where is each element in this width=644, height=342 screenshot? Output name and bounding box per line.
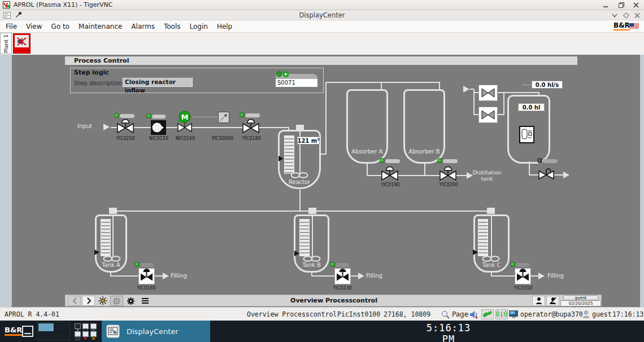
pager-desktop[interactable]	[54, 323, 69, 331]
user-icon	[535, 297, 543, 305]
block-valve-lower-icon[interactable]	[478, 107, 498, 123]
antenna-icon	[496, 310, 507, 319]
window-title: DisplayCenter	[0, 11, 644, 19]
restore-icon[interactable]	[623, 12, 629, 19]
pump-nic0150-icon[interactable]	[151, 120, 166, 135]
magnifier-icon[interactable]	[441, 310, 450, 319]
valve-yic0190-icon[interactable]	[381, 165, 399, 181]
controller-pics0000-icon[interactable]	[218, 112, 229, 123]
valve-yic0200-icon[interactable]	[439, 165, 457, 181]
terminal-launcher-icon[interactable]	[75, 323, 81, 329]
shade-icon[interactable]	[611, 12, 618, 19]
menu-alarms[interactable]: Alarms	[131, 23, 155, 30]
valve-yic0160-icon[interactable]	[138, 268, 155, 284]
canvas-left-edge	[0, 55, 12, 307]
task-label: DisplayCenter	[127, 327, 179, 336]
antenna-box[interactable]	[495, 309, 508, 319]
navbar-title: Overview Processcontrol	[66, 297, 602, 304]
clock-time: 5:16:13 PM	[417, 322, 480, 342]
vnc-title: APROL (Plasma X11) - TigerVNC	[14, 1, 112, 8]
alarm-row: Plant 1 -> 02/20/2025 17:15:55.542 CET 4…	[0, 33, 644, 55]
valve-yic0250-icon[interactable]	[116, 118, 134, 133]
pager-desktop[interactable]	[38, 332, 54, 340]
menu-goto[interactable]: Go to	[51, 23, 70, 30]
session-user: guest	[563, 295, 598, 300]
pager-active-desktop[interactable]	[38, 323, 54, 331]
aprol-version: APROL R 4.4-01	[5, 310, 59, 318]
session-timestamp: 02/20/2025 17:16:13	[560, 300, 601, 306]
clock[interactable]: 5:16:13 PM 2/20/25	[417, 322, 480, 342]
step-id-field[interactable]: S0071	[276, 79, 317, 87]
vnc-app-icon	[3, 1, 10, 8]
page-label[interactable]: Page	[452, 310, 468, 318]
lock-mini-icon[interactable]	[90, 331, 97, 337]
us-flag-icon[interactable]	[629, 23, 639, 29]
menu-file[interactable]: File	[6, 23, 17, 30]
grid-launcher-icon[interactable]	[90, 323, 97, 329]
canvas-right-edge	[640, 55, 644, 307]
batch-unit-icon[interactable]	[519, 126, 534, 143]
status-user: guest	[592, 310, 612, 318]
minimize-icon[interactable]	[602, 2, 609, 8]
valve-yic0180-icon[interactable]	[242, 118, 260, 133]
status-coords: 27168, 10809	[384, 310, 430, 318]
show-desktop-icon[interactable]	[21, 325, 34, 337]
taskbar-br-logo[interactable]: B&R	[5, 326, 22, 336]
user-button[interactable]	[532, 296, 545, 306]
form-launcher-icon[interactable]	[75, 331, 81, 337]
plant-tab[interactable]: Plant 1	[0, 33, 12, 54]
speaker-icon[interactable]	[469, 310, 478, 319]
menubar: File View Go to Maintenance Alarms Tools…	[0, 20, 644, 33]
desktop-pager[interactable]	[37, 322, 70, 340]
displaycenter-icon	[106, 325, 120, 338]
globe-launcher-icon[interactable]	[82, 323, 89, 329]
display-session-icon[interactable]	[509, 310, 519, 318]
status-session: operator@bupa370	[520, 310, 583, 318]
menu-tools[interactable]: Tools	[164, 23, 181, 30]
user-slash-icon	[549, 297, 557, 305]
manual-valve-icon[interactable]	[538, 168, 555, 181]
logout-button[interactable]	[546, 296, 559, 306]
taskbar: B&R DisplayCenter 5:16:13 PM 2/20/25 DE	[0, 321, 644, 342]
motor-valve-nic0160-icon[interactable]: M	[177, 111, 192, 135]
picture-navbar: Overview Processcontrol guest 02/20/2025…	[65, 295, 602, 306]
status-time: 17:16:13	[612, 310, 643, 318]
status-user-icon	[582, 310, 590, 318]
motor-letter: M	[181, 113, 189, 121]
plant-tab-label: Plant 1	[3, 34, 9, 53]
block-valve-upper-icon[interactable]	[478, 85, 498, 101]
statusbar: APROL R 4.4-01 Overview Processcontrol P…	[0, 307, 644, 321]
app-titlebar: DisplayCenter	[0, 10, 644, 20]
alarm-mute-box[interactable]	[13, 33, 31, 54]
status-view-name: Overview Processcontrol	[247, 310, 337, 318]
close-icon[interactable]	[633, 2, 639, 8]
menu-view[interactable]: View	[26, 23, 42, 30]
taskbar-task-displaycenter[interactable]: DisplayCenter	[102, 321, 210, 342]
connection-box[interactable]	[481, 309, 494, 319]
mute-tray-mini-icon[interactable]	[82, 331, 89, 337]
valve-yic0350-icon[interactable]	[515, 268, 531, 284]
menu-help[interactable]: Help	[217, 23, 232, 30]
pager-desktop[interactable]	[54, 332, 69, 340]
maximize-icon[interactable]	[618, 2, 625, 8]
status-instance: PicInst0100	[337, 310, 380, 318]
plug-icon	[482, 310, 493, 319]
vnc-titlebar: APROL (Plasma X11) - TigerVNC	[0, 0, 644, 10]
window-close-icon[interactable]	[634, 12, 641, 19]
valve-yic0230-icon[interactable]	[334, 268, 351, 284]
horn-muted-icon	[16, 37, 27, 46]
menu-login[interactable]: Login	[190, 23, 208, 30]
br-logo: B&R	[613, 22, 630, 30]
menu-maintenance[interactable]: Maintenance	[79, 23, 122, 30]
